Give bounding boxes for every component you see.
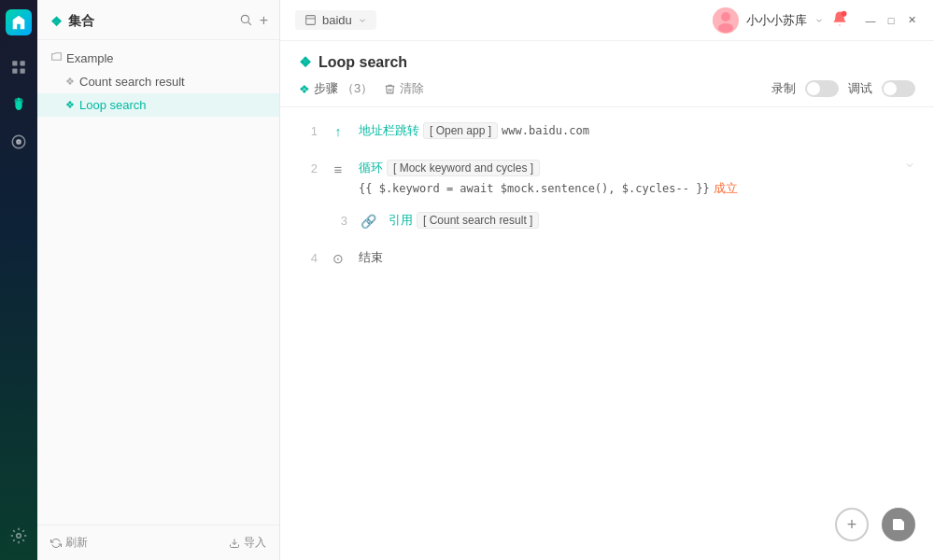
step-content-1: 地址栏跳转 [ Open app ] www.baidu.com: [359, 122, 915, 139]
title-bar-left: baidu: [295, 10, 376, 30]
folder-example[interactable]: Example: [37, 46, 279, 70]
step-row-3: 3 🔗 引用 [ Count search result ]: [280, 204, 934, 242]
item-label-0: Count search result: [79, 75, 185, 89]
debug-toggle[interactable]: [882, 80, 915, 97]
title-bar: baidu 小小小苏库 — □ ✕: [280, 0, 934, 41]
file-panel-title: ❖ 集合: [50, 13, 94, 30]
folder-icon: [50, 50, 63, 65]
steps-label: 步骤: [314, 80, 338, 97]
steps-count: （3）: [342, 80, 373, 97]
record-label: 录制: [771, 80, 796, 97]
tree-item-loop-search[interactable]: ❖ Loop search: [37, 93, 279, 117]
step-number-3: 3: [329, 212, 347, 228]
add-icon[interactable]: +: [260, 13, 268, 30]
script-title-icon: ❖: [299, 54, 311, 71]
step-row-4: 4 ⊙ 结束: [280, 242, 934, 279]
user-name: 小小小苏库: [746, 12, 807, 29]
svg-rect-3: [21, 69, 25, 74]
debug-toggle-knob: [884, 82, 897, 95]
svg-point-10: [17, 534, 21, 539]
sidebar-icon-settings[interactable]: [6, 523, 32, 549]
notification-icon[interactable]: [831, 10, 848, 31]
icon-sidebar: [0, 0, 37, 560]
svg-point-7: [18, 98, 21, 101]
maximize-button[interactable]: □: [884, 13, 899, 28]
file-panel-footer: 刷新 导入: [37, 525, 279, 560]
step-status-2: 成立: [714, 180, 738, 197]
record-toggle-knob: [807, 82, 820, 95]
sidebar-icon-circle[interactable]: [6, 129, 32, 155]
file-panel-actions: +: [239, 13, 268, 30]
item-icon-1: ❖: [65, 99, 75, 111]
step-number-2: 2: [299, 160, 318, 175]
step-row-2: 2 ≡ 循环 [ Mock keyword and cycles ] {{ $.…: [280, 152, 934, 204]
toolbar-steps: ❖ 步骤 （3）: [299, 80, 373, 97]
title-bar-right: 小小小苏库 — □ ✕: [713, 7, 919, 34]
svg-rect-1: [21, 61, 25, 65]
clear-label: 清除: [400, 80, 424, 97]
svg-rect-14: [306, 16, 316, 25]
step-row-1: 1 ↑ 地址栏跳转 [ Open app ] www.baidu.com: [280, 115, 934, 152]
collection-icon: ❖: [50, 14, 63, 29]
toolbar-right: 录制 调试: [771, 80, 915, 97]
close-button[interactable]: ✕: [904, 13, 919, 28]
window-controls: — □ ✕: [863, 13, 919, 28]
file-panel: ❖ 集合 + Example ❖ Count search result ❖ L…: [37, 0, 280, 560]
step-action-2[interactable]: 循环: [359, 160, 383, 176]
import-label: 导入: [244, 535, 266, 551]
script-title-text: Loop search: [318, 54, 407, 71]
main-content: baidu 小小小苏库 — □ ✕ ❖ Loop search: [280, 0, 934, 560]
collection-title-text: 集合: [68, 13, 94, 30]
step-expand-2[interactable]: [904, 160, 915, 174]
step-number-1: 1: [299, 122, 318, 138]
file-panel-header: ❖ 集合 +: [37, 0, 279, 40]
step-code-2: {{ $.keyword = await $mock.sentence(), $…: [359, 182, 710, 195]
step-action-1[interactable]: 地址栏跳转: [359, 122, 419, 139]
step-content-2: 循环 [ Mock keyword and cycles ] {{ $.keyw…: [359, 160, 893, 197]
fab-save-button[interactable]: [882, 508, 915, 541]
svg-rect-2: [12, 69, 17, 74]
step-action-3[interactable]: 引用: [389, 212, 413, 229]
step-content-4: 结束: [359, 249, 915, 266]
tab-label: baidu: [322, 13, 352, 27]
steps-list: 1 ↑ 地址栏跳转 [ Open app ] www.baidu.com 2 ≡…: [280, 107, 934, 504]
steps-icon: ❖: [299, 82, 310, 96]
debug-label: 调试: [848, 80, 872, 97]
svg-point-16: [721, 12, 730, 21]
step-value-1: www.baidu.com: [502, 124, 589, 137]
app-logo: [6, 9, 32, 35]
sidebar-icon-bee[interactable]: [6, 91, 32, 118]
step-type-icon-2: ≡: [329, 160, 347, 177]
file-tree: Example ❖ Count search result ❖ Loop sea…: [37, 40, 279, 525]
step-tag-3: [ Count search result ]: [417, 212, 539, 229]
tab-baidu[interactable]: baidu: [295, 10, 376, 30]
search-icon[interactable]: [239, 13, 252, 30]
svg-rect-0: [12, 61, 17, 65]
minimize-button[interactable]: —: [863, 13, 878, 28]
step-type-icon-1: ↑: [329, 122, 347, 139]
sidebar-icon-apps[interactable]: [6, 54, 32, 80]
fab-add-button[interactable]: +: [835, 508, 869, 541]
step-tag-2: [ Mock keyword and cycles ]: [387, 160, 540, 176]
refresh-label: 刷新: [65, 535, 88, 551]
clear-button[interactable]: 清除: [384, 80, 424, 97]
step-tag-1: [ Open app ]: [423, 122, 498, 139]
folder-name: Example: [66, 51, 114, 65]
main-footer: +: [280, 504, 934, 560]
item-icon-0: ❖: [65, 76, 75, 88]
tree-item-count-search[interactable]: ❖ Count search result: [37, 70, 279, 93]
record-toggle[interactable]: [805, 80, 839, 97]
user-dropdown-icon[interactable]: [814, 16, 824, 25]
import-button[interactable]: 导入: [229, 535, 266, 551]
step-type-icon-4: ⊙: [329, 249, 347, 266]
script-header: ❖ Loop search: [280, 41, 934, 80]
user-avatar: [713, 7, 739, 34]
svg-point-11: [241, 15, 248, 22]
refresh-button[interactable]: 刷新: [50, 535, 88, 551]
script-title: ❖ Loop search: [299, 54, 407, 71]
svg-line-12: [248, 22, 250, 25]
script-toolbar: ❖ 步骤 （3） 清除 录制 调试: [280, 80, 934, 107]
step-type-icon-3: 🔗: [359, 212, 377, 229]
svg-point-9: [17, 140, 21, 145]
step-number-4: 4: [299, 249, 318, 265]
